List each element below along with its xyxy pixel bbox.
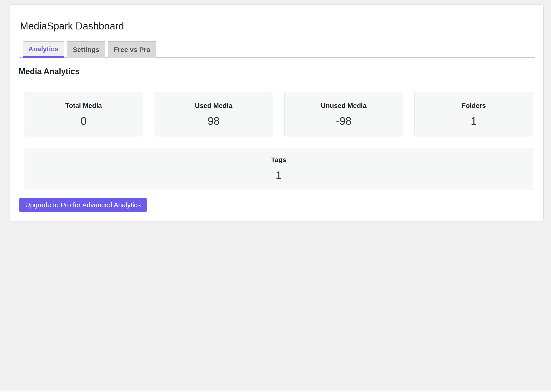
stat-value: 98 — [208, 115, 219, 127]
stat-value: 0 — [80, 115, 87, 127]
tags-card: Tags 1 — [24, 148, 533, 190]
stat-value: -98 — [336, 115, 351, 127]
page-title: MediaSpark Dashboard — [20, 5, 533, 32]
tab-analytics[interactable]: Analytics — [23, 41, 64, 58]
stat-label: Unused Media — [321, 102, 366, 109]
tags-value: 1 — [276, 169, 282, 181]
stat-label: Total Media — [65, 102, 102, 109]
stat-label: Folders — [461, 102, 486, 109]
bottom-strip — [0, 390, 551, 392]
stat-card-used-media: Used Media 98 — [154, 92, 273, 136]
upgrade-pro-button[interactable]: Upgrade to Pro for Advanced Analytics — [19, 198, 147, 212]
stat-label: Used Media — [195, 102, 233, 109]
stat-value: 1 — [471, 115, 477, 127]
tab-settings[interactable]: Settings — [67, 41, 105, 58]
page: { "header": { "title": "MediaSpark Dashb… — [0, 0, 551, 392]
tags-label: Tags — [271, 156, 286, 164]
stat-card-total-media: Total Media 0 — [24, 92, 143, 136]
stat-card-folders: Folders 1 — [414, 92, 533, 136]
tab-free-vs-pro[interactable]: Free vs Pro — [108, 41, 156, 58]
stat-card-unused-media: Unused Media -98 — [284, 92, 403, 136]
stats-grid: Total Media 0 Used Media 98 Unused Media… — [24, 92, 533, 136]
section-heading-media-analytics: Media Analytics — [19, 67, 533, 76]
dashboard-panel: MediaSpark Dashboard Analytics Settings … — [10, 5, 544, 221]
tab-bar: Analytics Settings Free vs Pro — [20, 41, 533, 58]
